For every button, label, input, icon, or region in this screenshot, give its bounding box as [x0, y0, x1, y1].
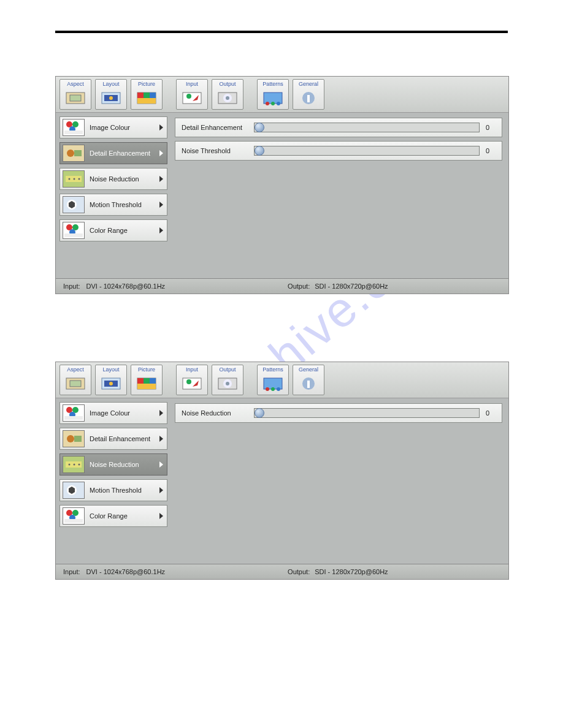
layout-icon	[99, 374, 123, 393]
slider-track[interactable]	[254, 408, 480, 418]
svg-point-73	[69, 464, 71, 466]
status-output-value: SDI - 1280x720p@60Hz	[315, 568, 388, 575]
toolbar-label: Aspect	[67, 366, 84, 373]
detail-enhancement-icon	[63, 430, 85, 447]
patterns-icon	[261, 374, 285, 393]
sidebar-item-label: Motion Threshold	[90, 487, 142, 494]
toolbar-general-button[interactable]: General	[293, 365, 324, 395]
toolbar-label: Aspect	[67, 81, 84, 88]
panel-body: Image ColourDetail EnhancementNoise Redu…	[56, 398, 508, 564]
toolbar-label: General	[299, 366, 318, 373]
sidebar-item-motion-threshold[interactable]: Motion Threshold	[59, 479, 167, 501]
sidebar-item-label: Color Range	[90, 227, 128, 234]
toolbar-layout-button[interactable]: Layout	[95, 365, 127, 395]
slider-value: 0	[486, 409, 502, 417]
input-icon	[180, 89, 204, 107]
toolbar-label: Patterns	[262, 81, 283, 88]
general-icon	[297, 89, 320, 107]
slider-label: Noise Threshold	[175, 147, 254, 154]
toolbar-general-button[interactable]: General	[293, 79, 324, 110]
svg-point-32	[74, 178, 75, 180]
sidebar-item-label: Noise Reduction	[90, 175, 139, 183]
chevron-right-icon	[159, 202, 163, 208]
svg-rect-48	[137, 378, 144, 384]
general-icon	[297, 374, 320, 393]
svg-rect-28	[74, 150, 82, 156]
chevron-right-icon	[159, 487, 163, 493]
svg-rect-8	[150, 93, 156, 98]
toolbar-label: Patterns	[262, 366, 283, 373]
svg-rect-62	[307, 381, 310, 388]
toolbar-label: Output	[219, 81, 236, 88]
app-window: AspectLayoutPictureInputOutputPatternsGe…	[55, 76, 509, 294]
status-input-value: DVI - 1024x768p@60.1Hz	[86, 568, 166, 575]
slider-track[interactable]	[254, 123, 480, 132]
motion-threshold-icon	[63, 482, 85, 499]
picture-icon	[135, 89, 158, 107]
toolbar-picture-button[interactable]: Picture	[131, 365, 163, 395]
picture-icon	[135, 374, 158, 393]
sidebar-item-noise-reduction[interactable]: Noise Reduction	[59, 168, 167, 190]
sidebar-item-label: Color Range	[90, 512, 128, 520]
sidebar-item-motion-threshold[interactable]: Motion Threshold	[59, 194, 167, 216]
toolbar-layout-button[interactable]: Layout	[95, 79, 127, 110]
toolbar-label: Input	[186, 81, 198, 88]
color-range-icon	[63, 222, 85, 239]
sidebar-item-detail-enhancement[interactable]: Detail Enhancement	[59, 142, 167, 164]
slider-track[interactable]	[254, 146, 480, 156]
color-range-icon	[63, 507, 85, 525]
chevron-right-icon	[159, 124, 163, 131]
svg-rect-9	[137, 98, 156, 104]
slider-knob[interactable]	[255, 123, 264, 132]
statusbar: Input:DVI - 1024x768p@60.1HzOutput:SDI -…	[56, 564, 508, 579]
layout-icon	[99, 89, 123, 107]
toolbar-output-button[interactable]: Output	[212, 79, 243, 110]
input-icon	[180, 374, 204, 393]
svg-rect-6	[137, 93, 144, 98]
svg-point-31	[69, 178, 71, 180]
sidebar-item-color-range[interactable]: Color Range	[59, 219, 167, 241]
sidebar-item-color-range[interactable]: Color Range	[59, 505, 167, 527]
sidebar-item-image-colour[interactable]: Image Colour	[59, 116, 167, 138]
sidebar-item-image-colour[interactable]: Image Colour	[59, 402, 167, 424]
toolbar-patterns-button[interactable]: Patterns	[257, 365, 289, 395]
svg-rect-49	[144, 378, 150, 384]
status-input-label: Input:	[63, 568, 80, 575]
svg-rect-50	[150, 378, 156, 384]
noise-reduction-icon	[63, 456, 85, 473]
svg-point-27	[67, 150, 74, 157]
statusbar: Input:DVI - 1024x768p@60.1HzOutput:SDI -…	[56, 278, 508, 294]
slider-knob[interactable]	[255, 408, 264, 418]
sidebar: Image ColourDetail EnhancementNoise Redu…	[56, 398, 171, 564]
toolbar: AspectLayoutPictureInputOutputPatternsGe…	[56, 362, 508, 398]
sidebar-item-noise-reduction[interactable]: Noise Reduction	[59, 453, 167, 476]
toolbar-label: Input	[186, 366, 198, 373]
detail-enhancement-icon	[63, 145, 85, 162]
toolbar-picture-button[interactable]: Picture	[131, 79, 163, 110]
page-rule	[55, 31, 508, 33]
content-pane: Noise Reduction0	[171, 398, 508, 564]
sidebar-item-label: Noise Reduction	[90, 461, 139, 468]
sidebar-item-detail-enhancement[interactable]: Detail Enhancement	[59, 428, 167, 450]
toolbar-patterns-button[interactable]: Patterns	[257, 79, 289, 110]
svg-point-56	[226, 382, 229, 385]
toolbar-output-button[interactable]: Output	[212, 365, 243, 395]
svg-point-53	[186, 379, 191, 384]
slider-value: 0	[486, 124, 502, 131]
slider-label: Detail Enhancement	[175, 124, 254, 131]
svg-point-33	[79, 178, 80, 180]
motion-threshold-icon	[63, 196, 85, 213]
slider-knob[interactable]	[255, 146, 264, 156]
toolbar-input-button[interactable]: Input	[176, 79, 208, 110]
svg-rect-1	[70, 95, 81, 101]
slider-detail-enhancement: Detail Enhancement0	[175, 118, 502, 137]
sidebar-item-label: Image Colour	[90, 124, 130, 131]
toolbar-input-button[interactable]: Input	[176, 365, 208, 395]
toolbar-aspect-button[interactable]: Aspect	[59, 365, 91, 395]
chevron-right-icon	[159, 150, 163, 156]
svg-rect-83	[64, 519, 83, 523]
image-colour-icon	[63, 404, 85, 422]
svg-point-59	[271, 387, 275, 391]
chevron-right-icon	[159, 176, 163, 182]
toolbar-aspect-button[interactable]: Aspect	[59, 79, 91, 110]
